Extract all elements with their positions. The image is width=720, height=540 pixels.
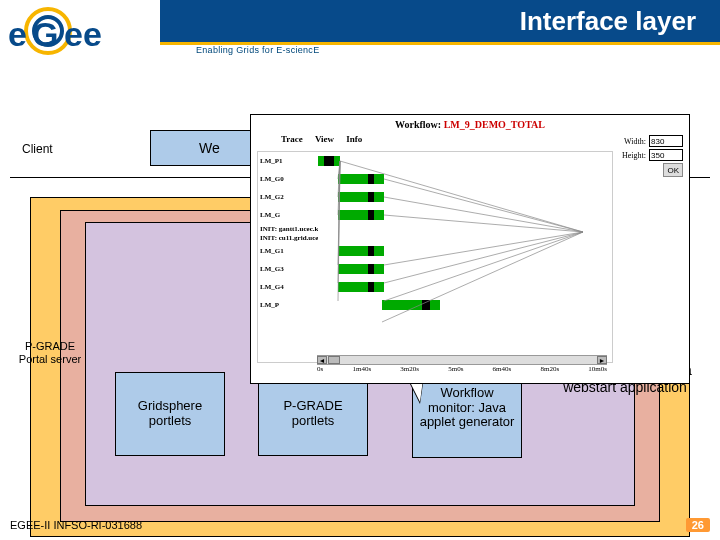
tagline: Enabling Grids for E-sciencE xyxy=(196,45,319,55)
axis-tick: 5m0s xyxy=(448,365,463,377)
client-box: We xyxy=(150,130,260,166)
axis-tick: 1m40s xyxy=(352,365,371,377)
axis-tick: 6m40s xyxy=(493,365,512,377)
title-bar: Interface layer xyxy=(160,0,720,42)
width-label: Width: xyxy=(624,137,646,146)
gantt-bar xyxy=(318,210,612,220)
workflow-title: Workflow: LM_9_DEMO_TOTAL xyxy=(251,115,689,132)
width-input[interactable] xyxy=(649,135,683,147)
slide-footer: EGEE-II INFSO-RI-031688 26 xyxy=(0,516,720,534)
axis-tick: 8m20s xyxy=(540,365,559,377)
height-input[interactable] xyxy=(649,149,683,161)
gantt-row-label: LM_G0 xyxy=(258,175,318,183)
scroll-thumb[interactable] xyxy=(328,356,340,364)
gantt-row-label: LM_P1 xyxy=(258,157,318,165)
pgrade-server-label: P-GRADE Portal server xyxy=(14,340,86,366)
slide-header: Interface layer e ee G Enabling Grids fo… xyxy=(0,0,720,62)
gantt-sub-label: INIT: gantt1.ucec.kh xyxy=(258,225,318,233)
gantt-row-label: LM_G1 xyxy=(258,247,318,255)
workflow-name: LM_9_DEMO_TOTAL xyxy=(444,119,545,130)
scroll-left-arrow[interactable]: ◄ xyxy=(317,356,327,364)
height-label: Height: xyxy=(622,151,646,160)
gantt-rows: LM_P1 LM_G0 LM_G2 LM_G INIT: gantt1.ucec… xyxy=(258,152,612,314)
gantt-bar xyxy=(318,300,612,310)
gantt-body: LM_P1 LM_G0 LM_G2 LM_G INIT: gantt1.ucec… xyxy=(257,151,613,363)
scroll-right-arrow[interactable]: ► xyxy=(597,356,607,364)
gantt-bar xyxy=(318,174,612,184)
workflow-title-prefix: Workflow: xyxy=(395,119,444,130)
gantt-sub-label: INIT: cu11.grid.ucec.kh xyxy=(258,234,318,242)
slide-body: Client We P-GRADE Portal server Gridsphe… xyxy=(0,62,720,522)
gantt-bar xyxy=(318,156,612,166)
gantt-row-label: LM_G4 xyxy=(258,283,318,291)
workflow-monitor-callout: Workflow: LM_9_DEMO_TOTAL Trace View Inf… xyxy=(250,114,690,384)
gantt-bar xyxy=(318,264,612,274)
gantt-row-label: LM_P xyxy=(258,301,318,309)
pgrade-portlets-box: P-GRADE portlets xyxy=(258,372,368,456)
axis-tick: 10m0s xyxy=(588,365,607,377)
client-label: Client xyxy=(22,142,53,156)
slide-title: Interface layer xyxy=(520,6,696,37)
footer-left: EGEE-II INFSO-RI-031688 xyxy=(10,519,142,531)
workflow-size-controls: Width: Height: OK xyxy=(622,135,683,179)
svg-text:e: e xyxy=(8,15,27,53)
gantt-time-axis: 0s 1m40s 3m20s 5m0s 6m40s 8m20s 10m0s xyxy=(317,365,607,377)
page-number: 26 xyxy=(686,518,710,532)
svg-text:ee: ee xyxy=(64,15,102,53)
gantt-row-label: LM_G xyxy=(258,211,318,219)
axis-tick: 0s xyxy=(317,365,323,377)
axis-tick: 3m20s xyxy=(400,365,419,377)
gantt-row-label: LM_G2 xyxy=(258,193,318,201)
gridsphere-portlets-box: Gridsphere portlets xyxy=(115,372,225,456)
ok-button[interactable]: OK xyxy=(663,163,683,177)
gantt-bar xyxy=(318,192,612,202)
svg-text:G: G xyxy=(32,15,58,53)
egee-logo: e ee G xyxy=(8,4,158,58)
gantt-row-label: LM_G3 xyxy=(258,265,318,273)
gantt-scrollbar[interactable]: ◄ ► xyxy=(317,355,607,365)
gantt-bar xyxy=(318,246,612,256)
gantt-bar xyxy=(318,282,612,292)
